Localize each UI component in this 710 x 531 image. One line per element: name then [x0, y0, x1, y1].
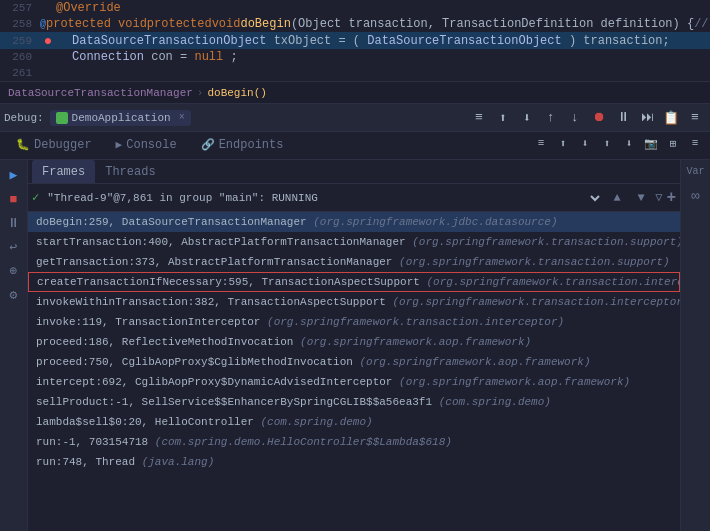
tab-layout-btn[interactable]: ≡ — [530, 132, 552, 154]
toolbar-btn-layout[interactable]: ≡ — [468, 107, 490, 129]
close-session-button[interactable]: × — [179, 112, 185, 123]
var-label: Var — [684, 164, 706, 179]
frame-item-7[interactable]: proceed:750, CglibAopProxy$CglibMethodIn… — [28, 352, 680, 372]
side-pause-button[interactable]: ⏸ — [3, 212, 25, 234]
console-icon: ▶ — [116, 138, 123, 151]
tab-debugger[interactable]: 🐛 Debugger — [4, 132, 104, 159]
right-panel: Var ∞ — [680, 160, 710, 531]
tab-endpoints-label: Endpoints — [219, 138, 284, 152]
sub-tab-threads[interactable]: Threads — [95, 160, 165, 183]
tab-console[interactable]: ▶ Console — [104, 132, 189, 159]
toolbar-btn-up[interactable]: ⬆ — [492, 107, 514, 129]
thread-filter-icon[interactable]: ▽ — [655, 190, 662, 205]
toolbar-btn-pause[interactable]: ⏸ — [612, 107, 634, 129]
code-line-257: 257 @Override — [0, 0, 710, 16]
breadcrumb-method: doBegin() — [207, 87, 266, 99]
debug-session[interactable]: DemoApplication × — [50, 110, 191, 126]
sub-tab-frames[interactable]: Frames — [32, 160, 95, 183]
tab-export-btn[interactable]: ⬆ — [596, 132, 618, 154]
code-lines: 257 @Override 258 @ protected void prote… — [0, 0, 710, 81]
tab-endpoints[interactable]: 🔗 Endpoints — [189, 132, 296, 159]
tab-list-btn[interactable]: ≡ — [684, 132, 706, 154]
frame-item-5[interactable]: invoke:119, TransactionInterceptor (org.… — [28, 312, 680, 332]
session-status-icon — [56, 112, 68, 124]
session-name: DemoApplication — [72, 112, 171, 124]
infinity-icon[interactable]: ∞ — [685, 185, 707, 207]
code-line-258: 258 @ protected void protected void doBe… — [0, 16, 710, 32]
sub-tabs: Frames Threads — [28, 160, 680, 184]
tab-up-btn[interactable]: ⬆ — [552, 132, 574, 154]
frame-item-1[interactable]: startTransaction:400, AbstractPlatformTr… — [28, 232, 680, 252]
toolbar-btn-step-over[interactable]: ↑ — [540, 107, 562, 129]
toolbar-btn-record[interactable]: ⏺ — [588, 107, 610, 129]
frame-item-12[interactable]: run:748, Thread (java.lang) — [28, 452, 680, 472]
code-editor: 257 @Override 258 @ protected void prote… — [0, 0, 710, 82]
frame-item-8[interactable]: intercept:692, CglibAopProxy$DynamicAdvi… — [28, 372, 680, 392]
debug-main: ▶ ■ ⏸ ↩ ⊕ ⚙ Frames Threads ✓ "Thread-9"@… — [0, 160, 710, 531]
thread-dropdown[interactable]: "Thread-9"@7,861 in group "main": RUNNIN… — [43, 191, 603, 205]
toolbar-btn-step-into[interactable]: ↓ — [564, 107, 586, 129]
side-add-button[interactable]: ⊕ — [3, 260, 25, 282]
debugger-tabs: 🐛 Debugger ▶ Console 🔗 Endpoints ≡ ⬆ ⬇ ⬆… — [0, 132, 710, 160]
side-settings-button[interactable]: ⚙ — [3, 284, 25, 306]
toolbar-btn-mute[interactable]: 📋 — [660, 107, 682, 129]
debug-toolbar: Debug: DemoApplication × ≡ ⬆ ⬇ ↑ ↓ ⏺ ⏸ ⏭… — [0, 104, 710, 132]
frames-list: doBegin:259, DataSourceTransactionManage… — [28, 212, 680, 531]
side-play-button[interactable]: ▶ — [3, 164, 25, 186]
tab-console-label: Console — [126, 138, 176, 152]
debug-label: Debug: — [4, 112, 44, 124]
thread-down-button[interactable]: ▼ — [631, 188, 651, 208]
code-line-261: 261 — [0, 65, 710, 81]
side-restart-button[interactable]: ↩ — [3, 236, 25, 258]
frame-item-6[interactable]: proceed:186, ReflectiveMethodInvocation … — [28, 332, 680, 352]
toolbar-btn-settings[interactable]: ≡ — [684, 107, 706, 129]
frame-item-11[interactable]: run:-1, 703154718 (com.spring.demo.Hello… — [28, 432, 680, 452]
code-line-259: 259 ● DataSourceTransactionObject txObje… — [0, 32, 710, 48]
frame-item-10[interactable]: lambda$sell$0:20, HelloController (com.s… — [28, 412, 680, 432]
frame-item-0[interactable]: doBegin:259, DataSourceTransactionManage… — [28, 212, 680, 232]
debugger-icon: 🐛 — [16, 138, 30, 151]
thread-up-button[interactable]: ▲ — [607, 188, 627, 208]
tab-grid-btn[interactable]: ⊞ — [662, 132, 684, 154]
toolbar-btn-resume[interactable]: ⏭ — [636, 107, 658, 129]
frames-pane: Frames Threads ✓ "Thread-9"@7,861 in gro… — [28, 160, 680, 531]
tab-debugger-label: Debugger — [34, 138, 92, 152]
endpoints-icon: 🔗 — [201, 138, 215, 151]
breadcrumb-class: DataSourceTransactionManager — [8, 87, 193, 99]
side-toolbar: ▶ ■ ⏸ ↩ ⊕ ⚙ — [0, 160, 28, 531]
thread-add-button[interactable]: + — [666, 189, 676, 207]
thread-check-icon: ✓ — [32, 190, 39, 205]
thread-selector: ✓ "Thread-9"@7,861 in group "main": RUNN… — [28, 184, 680, 212]
toolbar-btn-down[interactable]: ⬇ — [516, 107, 538, 129]
frame-item-2[interactable]: getTransaction:373, AbstractPlatformTran… — [28, 252, 680, 272]
tab-down-btn[interactable]: ⬇ — [574, 132, 596, 154]
frame-item-3[interactable]: createTransactionIfNecessary:595, Transa… — [28, 272, 680, 292]
frame-item-4[interactable]: invokeWithinTransaction:382, Transaction… — [28, 292, 680, 312]
side-stop-button[interactable]: ■ — [3, 188, 25, 210]
tab-import-btn[interactable]: ⬇ — [618, 132, 640, 154]
code-line-260: 260 Connection con = null ; — [0, 49, 710, 65]
frame-item-9[interactable]: sellProduct:-1, SellService$$EnhancerByS… — [28, 392, 680, 412]
tab-camera-btn[interactable]: 📷 — [640, 132, 662, 154]
breadcrumb: DataSourceTransactionManager › doBegin() — [0, 82, 710, 104]
